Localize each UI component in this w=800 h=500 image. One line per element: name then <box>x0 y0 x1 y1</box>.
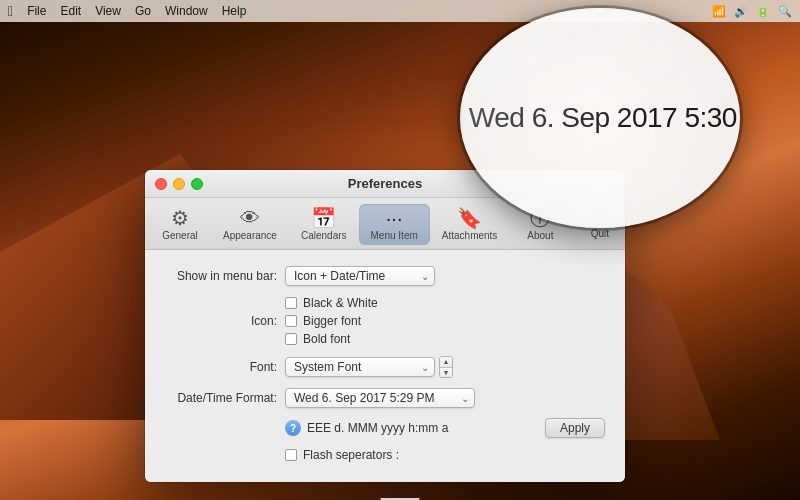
datetime-format-control: Wed 6. Sep 2017 5:29 PM <box>285 388 605 408</box>
volume-icon: 🔊 <box>734 5 748 18</box>
black-white-checkbox[interactable] <box>285 297 297 309</box>
bold-font-label: Bold font <box>303 332 350 346</box>
wifi-icon: 📶 <box>712 5 726 18</box>
flash-separators-checkbox[interactable] <box>285 449 297 461</box>
black-white-row: Black & White <box>285 296 605 310</box>
toolbar-attachments-label: Attachments <box>442 230 498 241</box>
show-in-menubar-select[interactable]: Icon + Date/Time Icon only Date/Time onl… <box>285 266 435 286</box>
datetime-format-label: Date/Time Format: <box>165 391 285 405</box>
show-in-menubar-row: Show in menu bar: Icon + Date/Time Icon … <box>165 266 605 286</box>
minimize-button[interactable] <box>173 178 185 190</box>
toolbar-general[interactable]: ⚙ General <box>149 204 211 245</box>
toolbar-calendars-label: Calendars <box>301 230 347 241</box>
font-row: Font: System Font ▲ ▼ <box>165 356 605 378</box>
show-in-menubar-select-wrapper: Icon + Date/Time Icon only Date/Time onl… <box>285 266 435 286</box>
gear-icon: ⚙ <box>171 208 189 228</box>
magnifier-datetime-text: Wed 6. Sep 2017 5:30 PM <box>469 102 740 134</box>
bookmark-icon: 🔖 <box>457 208 482 228</box>
menuitem-icon: ··· <box>386 208 403 228</box>
datetime-format-row: Date/Time Format: Wed 6. Sep 2017 5:29 P… <box>165 388 605 408</box>
font-stepper[interactable]: ▲ ▼ <box>439 356 453 378</box>
font-select-wrapper: System Font <box>285 357 435 377</box>
quit-label: Quit <box>591 228 609 239</box>
font-stepper-down[interactable]: ▼ <box>440 368 452 378</box>
font-label: Font: <box>165 360 285 374</box>
icon-row: Icon: Black & White Bigger font Bold fon… <box>165 296 605 346</box>
toolbar-calendars[interactable]: 📅 Calendars <box>289 204 359 245</box>
bigger-font-checkbox[interactable] <box>285 315 297 327</box>
toolbar-appearance[interactable]: 👁 Appearance <box>211 204 289 245</box>
bold-font-checkbox[interactable] <box>285 333 297 345</box>
flash-separators-label: Flash seperators : <box>303 448 399 462</box>
font-control: System Font ▲ ▼ <box>285 356 605 378</box>
format-string-text: EEE d. MMM yyyy h:mm a <box>307 421 539 435</box>
toolbar-attachments[interactable]: 🔖 Attachments <box>430 204 510 245</box>
font-stepper-up[interactable]: ▲ <box>440 357 452 368</box>
menu-view[interactable]: View <box>95 4 121 18</box>
toolbar-menuitem-label: Menu Item <box>371 230 418 241</box>
show-in-menubar-label: Show in menu bar: <box>165 269 285 283</box>
bigger-font-row: Bigger font <box>285 314 605 328</box>
apple-menu[interactable]:  <box>8 3 13 19</box>
calendar-icon: 📅 <box>311 208 336 228</box>
prefs-content: Show in menu bar: Icon + Date/Time Icon … <box>145 250 625 482</box>
font-select[interactable]: System Font <box>285 357 435 377</box>
close-button[interactable] <box>155 178 167 190</box>
black-white-label: Black & White <box>303 296 378 310</box>
help-button[interactable]: ? <box>285 420 301 436</box>
icon-checkboxes: Black & White Bigger font Bold font <box>285 296 605 346</box>
datetime-select-wrapper: Wed 6. Sep 2017 5:29 PM <box>285 388 475 408</box>
magnifier-content: 6 Wed 6. Sep 2017 5:30 PM <box>460 96 740 140</box>
menu-go[interactable]: Go <box>135 4 151 18</box>
toolbar-about-label: About <box>527 230 553 241</box>
menu-edit[interactable]: Edit <box>60 4 81 18</box>
titlebar-buttons <box>155 178 203 190</box>
window-title: Preferences <box>348 176 422 191</box>
bigger-font-label: Bigger font <box>303 314 361 328</box>
toolbar-appearance-label: Appearance <box>223 230 277 241</box>
magnifier-lens: 6 Wed 6. Sep 2017 5:30 PM <box>460 8 740 228</box>
maximize-button[interactable] <box>191 178 203 190</box>
flash-separators-row: Flash seperators : <box>165 448 605 462</box>
toolbar-menuitem[interactable]: ··· Menu Item <box>359 204 430 245</box>
search-icon[interactable]: 🔍 <box>778 5 792 18</box>
bold-font-row: Bold font <box>285 332 605 346</box>
menu-file[interactable]: File <box>27 4 46 18</box>
datetime-format-select[interactable]: Wed 6. Sep 2017 5:29 PM <box>285 388 475 408</box>
format-string-row: ? EEE d. MMM yyyy h:mm a Apply <box>165 418 605 438</box>
menu-help[interactable]: Help <box>222 4 247 18</box>
menu-window[interactable]: Window <box>165 4 208 18</box>
show-in-menubar-control: Icon + Date/Time Icon only Date/Time onl… <box>285 266 605 286</box>
apply-button[interactable]: Apply <box>545 418 605 438</box>
battery-icon: 🔋 <box>756 5 770 18</box>
menu-bar-right: 📶 🔊 🔋 🔍 <box>712 5 792 18</box>
toolbar-general-label: General <box>162 230 198 241</box>
icon-label: Icon: <box>165 314 285 328</box>
eye-icon: 👁 <box>240 208 260 228</box>
menu-bar:  File Edit View Go Window Help 📶 🔊 🔋 🔍 <box>0 0 800 22</box>
